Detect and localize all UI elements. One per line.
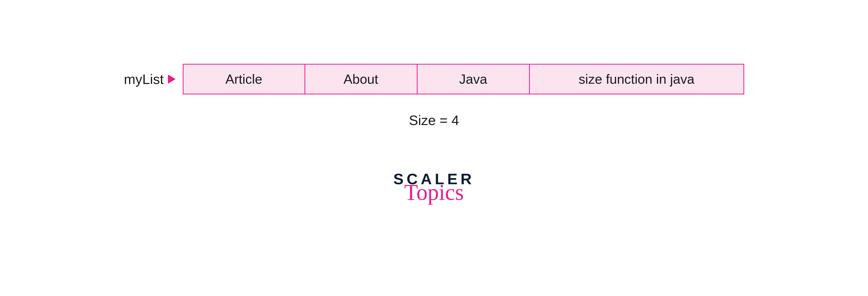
list-cell: size function in java bbox=[530, 64, 744, 94]
list-label-group: myList bbox=[124, 71, 175, 87]
logo-text-topics: Topics bbox=[404, 181, 464, 204]
list-cell: Java bbox=[417, 64, 530, 94]
list-cell: Article bbox=[183, 64, 305, 94]
list-cells: Article About Java size function in java bbox=[183, 64, 744, 94]
list-variable-name: myList bbox=[124, 71, 164, 87]
list-cell: About bbox=[305, 64, 417, 94]
arraylist-size-diagram: myList Article About Java size function … bbox=[0, 64, 868, 204]
size-label: Size = 4 bbox=[409, 112, 459, 128]
pointer-icon bbox=[168, 74, 176, 84]
scaler-topics-logo: SCALER Topics bbox=[393, 171, 475, 204]
list-row: myList Article About Java size function … bbox=[124, 64, 744, 94]
